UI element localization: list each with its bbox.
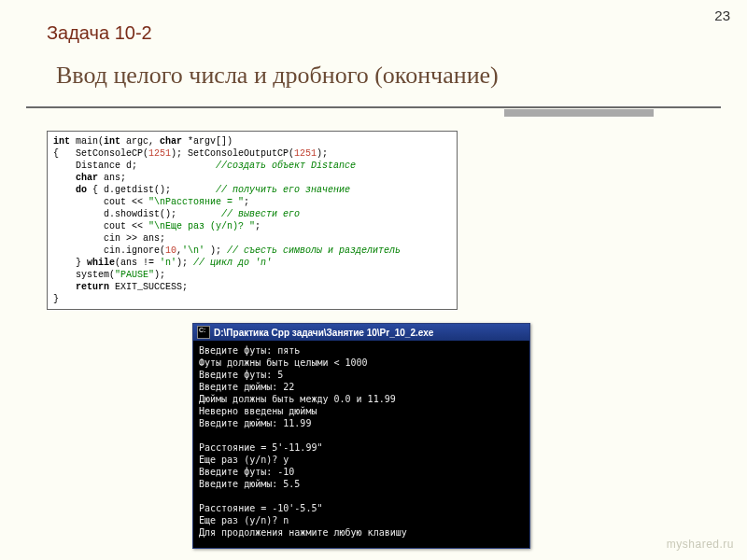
console-window: D:\Практика Cpp задачи\Занятие 10\Pr_10_…	[192, 323, 530, 549]
code-box: int main(int argc, char *argv[]) { SetCo…	[47, 131, 458, 310]
console-titlebar: D:\Практика Cpp задачи\Занятие 10\Pr_10_…	[193, 324, 529, 341]
code-content: int main(int argc, char *argv[]) { SetCo…	[53, 135, 451, 305]
watermark: myshared.ru	[667, 538, 734, 551]
page-number: 23	[714, 7, 730, 23]
heading: Ввод целого числа и дробного (окончание)	[56, 62, 710, 90]
console-title-text: D:\Практика Cpp задачи\Занятие 10\Pr_10_…	[214, 328, 433, 338]
console-app-icon	[197, 326, 210, 339]
task-label: Задача 10-2	[47, 22, 152, 44]
divider-bar	[504, 109, 654, 117]
slide: 23 Задача 10-2 Ввод целого числа и дробн…	[0, 0, 747, 560]
console-output: Введите футы: пять Футы должны быть целы…	[199, 344, 524, 539]
console-body: Введите футы: пять Футы должны быть целы…	[193, 341, 529, 548]
divider-line	[26, 106, 721, 108]
